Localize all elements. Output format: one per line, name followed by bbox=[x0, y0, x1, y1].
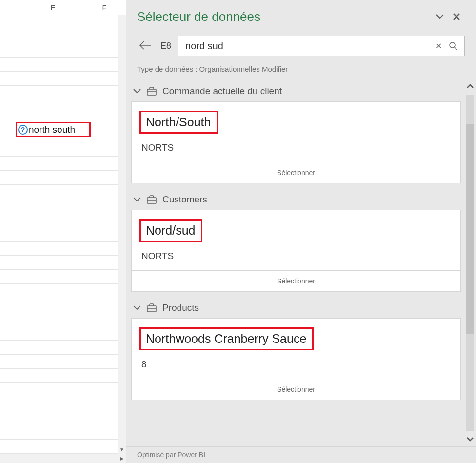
grid-row[interactable] bbox=[0, 213, 126, 227]
scroll-right-icon[interactable]: ▶ bbox=[118, 454, 126, 463]
arrow-left-icon bbox=[139, 41, 152, 50]
back-button[interactable] bbox=[137, 37, 154, 55]
svg-rect-4 bbox=[147, 198, 156, 203]
svg-rect-6 bbox=[147, 306, 156, 312]
grid-row[interactable] bbox=[0, 171, 126, 185]
grid-row[interactable] bbox=[0, 369, 126, 383]
result-card: Nord/sud NORTS Sélectionner bbox=[131, 210, 461, 292]
column-headers: E F bbox=[0, 0, 126, 15]
chevron-up-icon bbox=[467, 84, 474, 89]
chevron-down-icon bbox=[436, 14, 444, 19]
grid-row[interactable] bbox=[0, 128, 126, 142]
grid-body[interactable]: ? north south bbox=[0, 15, 126, 463]
chevron-down-icon bbox=[133, 197, 141, 202]
select-button[interactable]: Sélectionner bbox=[132, 270, 460, 291]
scroll-down-icon[interactable]: ▼ bbox=[118, 445, 126, 454]
result-subtitle: 8 bbox=[141, 359, 451, 370]
result-subtitle: NORTS bbox=[141, 251, 451, 262]
select-all-corner[interactable] bbox=[0, 0, 15, 15]
scroll-track[interactable] bbox=[466, 95, 474, 431]
grid-row[interactable] bbox=[0, 270, 126, 284]
grid-row[interactable] bbox=[0, 440, 126, 454]
horizontal-scrollbar[interactable]: ▶ bbox=[0, 454, 126, 463]
spreadsheet-pane: E F ? north south ▼ ▶ bbox=[0, 0, 126, 463]
data-type-line[interactable]: Type de données : Organisationnelles Mod… bbox=[126, 65, 476, 79]
result-card: North/South NORTS Sélectionner bbox=[131, 101, 461, 183]
vertical-scrollbar[interactable]: ▼ bbox=[118, 15, 126, 454]
grid-row[interactable] bbox=[0, 227, 126, 242]
grid-row[interactable] bbox=[0, 100, 126, 114]
grid-row[interactable] bbox=[0, 298, 126, 312]
result-title: Northwoods Cranberry Sauce bbox=[146, 332, 306, 346]
grid-row[interactable] bbox=[0, 355, 126, 369]
data-selector-panel: Sélecteur de données E8 ✕ bbox=[126, 0, 476, 463]
chevron-down-icon bbox=[467, 437, 474, 442]
close-icon: ✕ bbox=[436, 41, 442, 51]
cell-reference: E8 bbox=[160, 41, 171, 51]
search-icon bbox=[449, 41, 457, 50]
briefcase-icon bbox=[147, 303, 157, 312]
grid-row[interactable] bbox=[0, 185, 126, 199]
panel-footer: Optimisé par Power BI bbox=[126, 446, 476, 463]
close-icon bbox=[453, 13, 460, 20]
search-field-wrap: ✕ bbox=[178, 36, 465, 56]
result-title: North/South bbox=[146, 115, 211, 129]
grid-row[interactable] bbox=[0, 411, 126, 425]
grid-row[interactable] bbox=[0, 397, 126, 411]
results-list: Commande actuelle du client North/South … bbox=[131, 79, 465, 442]
group-title: Products bbox=[162, 302, 199, 313]
grid-row[interactable] bbox=[0, 114, 126, 128]
chevron-down-icon bbox=[133, 305, 141, 310]
chevron-down-icon bbox=[133, 89, 141, 94]
result-card: Northwoods Cranberry Sauce 8 Sélectionne… bbox=[131, 318, 461, 400]
briefcase-icon bbox=[147, 195, 157, 204]
results-scrollbar[interactable] bbox=[465, 79, 476, 446]
search-button[interactable] bbox=[446, 39, 460, 53]
panel-title: Sélecteur de données bbox=[137, 9, 432, 24]
scroll-up-button[interactable] bbox=[465, 79, 476, 94]
grid-row[interactable] bbox=[0, 383, 126, 397]
grid-row[interactable] bbox=[0, 15, 126, 29]
briefcase-icon bbox=[147, 87, 157, 96]
scroll-down-button[interactable] bbox=[465, 432, 476, 446]
search-input[interactable] bbox=[185, 40, 431, 52]
select-button[interactable]: Sélectionner bbox=[132, 162, 460, 183]
grid-row[interactable] bbox=[0, 284, 126, 298]
panel-menu-button[interactable] bbox=[432, 8, 448, 25]
grid-row[interactable] bbox=[0, 341, 126, 355]
column-header-f[interactable]: F bbox=[91, 0, 118, 15]
group-title: Customers bbox=[162, 194, 207, 205]
group-header[interactable]: Products bbox=[131, 296, 461, 318]
svg-rect-2 bbox=[147, 89, 156, 95]
svg-line-1 bbox=[455, 47, 457, 50]
clear-search-button[interactable]: ✕ bbox=[431, 39, 446, 53]
column-header-e[interactable]: E bbox=[15, 0, 91, 15]
grid-row[interactable] bbox=[0, 157, 126, 171]
grid-row[interactable] bbox=[0, 142, 126, 157]
group-header[interactable]: Commande actuelle du client bbox=[131, 79, 461, 101]
grid-row[interactable] bbox=[0, 326, 126, 341]
select-button[interactable]: Sélectionner bbox=[132, 379, 460, 400]
grid-row[interactable] bbox=[0, 199, 126, 213]
grid-row[interactable] bbox=[0, 425, 126, 440]
scroll-thumb[interactable] bbox=[466, 124, 474, 334]
grid-row[interactable] bbox=[0, 86, 126, 100]
grid-row[interactable] bbox=[0, 29, 126, 43]
group-title: Commande actuelle du client bbox=[162, 86, 282, 97]
result-subtitle: NORTS bbox=[141, 142, 451, 153]
grid-row[interactable] bbox=[0, 312, 126, 326]
grid-row[interactable] bbox=[0, 256, 126, 270]
result-title: Nord/sud bbox=[146, 223, 195, 238]
group-header[interactable]: Customers bbox=[131, 187, 461, 210]
svg-point-0 bbox=[450, 42, 455, 48]
grid-row[interactable] bbox=[0, 58, 126, 72]
panel-close-button[interactable] bbox=[448, 8, 465, 25]
grid-row[interactable] bbox=[0, 72, 126, 86]
grid-row[interactable] bbox=[0, 242, 126, 256]
grid-row[interactable] bbox=[0, 43, 126, 58]
